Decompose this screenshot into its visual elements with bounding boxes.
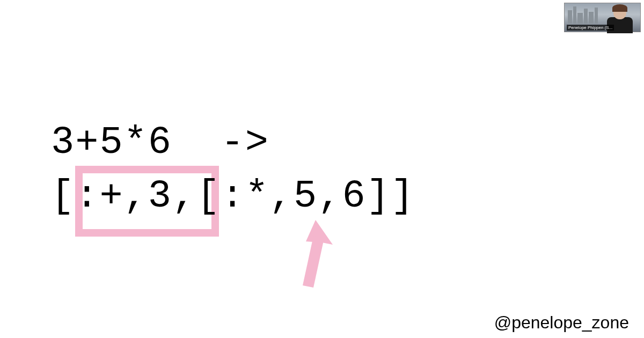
- twitter-handle: @penelope_zone: [494, 313, 629, 333]
- sexp-line: [:+,3,[:*,5,6]]: [51, 174, 415, 218]
- speaker-video-thumbnail: Penelope Phippen (S...: [564, 3, 641, 32]
- expression-line: 3+5*6 ->: [51, 121, 415, 165]
- svg-marker-1: [303, 236, 324, 288]
- slide-body: 3+5*6 -> [:+,3,[:*,5,6]]: [51, 121, 415, 218]
- speaker-name-label: Penelope Phippen (S...: [567, 25, 614, 31]
- sexp-line-wrap: [:+,3,[:*,5,6]]: [51, 174, 415, 218]
- arrow-icon: [295, 220, 343, 298]
